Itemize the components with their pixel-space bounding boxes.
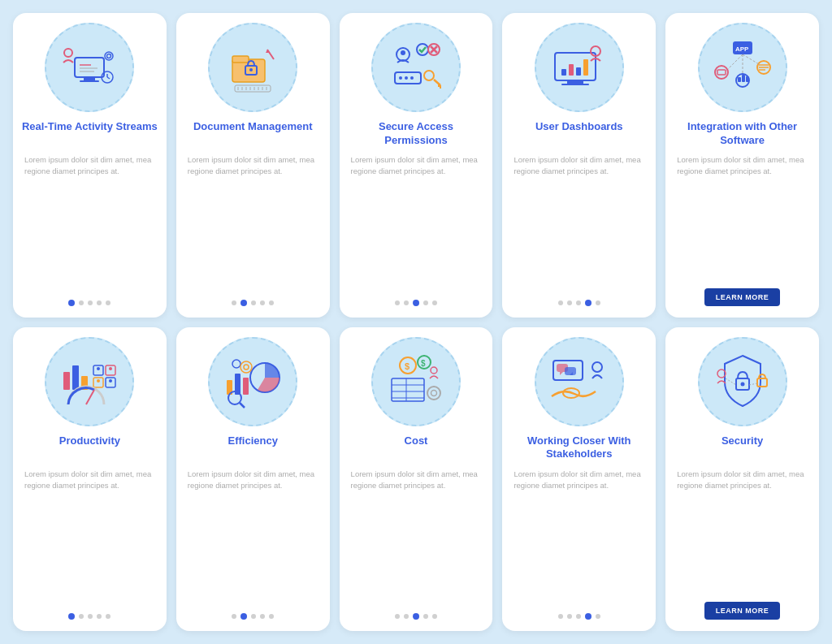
svg-rect-55	[742, 75, 745, 82]
svg-line-25	[267, 50, 274, 59]
card-body: Lorem ipsum dolor sit dim amet, mea regi…	[184, 469, 322, 607]
pagination-dot	[576, 614, 581, 619]
card-title: Security	[722, 434, 763, 462]
card-body: Lorem ipsum dolor sit dim amet, mea regi…	[184, 154, 322, 293]
svg-point-35	[405, 76, 408, 80]
svg-point-103	[592, 362, 602, 372]
svg-rect-52	[717, 70, 726, 75]
card-title: Cost	[405, 434, 428, 462]
card-9: Working Closer With Stakeholders Lorem i…	[502, 327, 656, 632]
svg-line-63	[743, 54, 759, 64]
svg-point-3	[64, 49, 72, 57]
pagination-dot	[97, 614, 102, 619]
learn-more-button[interactable]: LEARN MORE	[704, 602, 781, 620]
svg-line-84	[240, 403, 245, 408]
svg-point-94	[427, 387, 440, 400]
card-title: Real-Time Activity Streams	[22, 120, 158, 148]
card-title: Efficiency	[228, 434, 277, 462]
svg-rect-16	[235, 85, 271, 92]
pagination-dot	[232, 614, 236, 619]
pagination-dot	[269, 614, 274, 619]
card-icon-secure	[371, 23, 461, 112]
card-5: APP Integration with Other Software Lore…	[665, 13, 819, 318]
learn-more-button[interactable]: LEARN MORE	[704, 288, 781, 306]
card-8: $ $ Cost Lorem ipsum dolor sit dim amet,…	[340, 327, 493, 632]
svg-line-61	[728, 54, 743, 69]
card-title: Integration with Other Software	[674, 120, 811, 148]
pagination-dot	[232, 300, 236, 305]
svg-point-95	[431, 390, 436, 395]
card-grid: Real-Time Activity Streams Lorem ipsum d…	[0, 0, 832, 644]
pagination-dot	[79, 300, 84, 305]
pagination-dot	[395, 614, 400, 619]
pagination-dot	[423, 300, 428, 305]
svg-point-96	[431, 367, 437, 374]
card-icon-productivity	[45, 337, 134, 426]
svg-rect-47	[576, 67, 581, 76]
pagination-dot	[585, 613, 592, 620]
card-icon-security	[698, 337, 787, 426]
svg-line-75	[86, 390, 94, 404]
pagination-dot	[260, 300, 265, 305]
card-title: User Dashboards	[535, 120, 623, 148]
pagination-dot	[106, 614, 110, 619]
svg-text:$: $	[421, 359, 426, 368]
svg-line-8	[107, 77, 110, 79]
card-body: Lorem ipsum dolor sit dim amet, mea regi…	[21, 154, 158, 293]
svg-point-74	[109, 379, 112, 383]
card-4: User Dashboards Lorem ipsum dolor sit di…	[502, 13, 656, 318]
card-icon-cost: $ $	[371, 337, 461, 426]
svg-rect-56	[746, 76, 749, 82]
pagination-dot	[97, 300, 102, 305]
pagination-dot	[423, 614, 428, 619]
pagination-dot	[404, 300, 409, 305]
svg-line-108	[726, 378, 736, 385]
svg-point-36	[410, 76, 414, 80]
svg-rect-0	[75, 58, 104, 77]
svg-rect-1	[84, 77, 95, 80]
pagination-dot	[567, 300, 572, 305]
pagination-dot	[68, 613, 75, 620]
card-body: Lorem ipsum dolor sit dim amet, mea regi…	[510, 469, 648, 607]
card-icon-stakeholders	[535, 337, 624, 426]
svg-rect-65	[72, 365, 79, 390]
card-body: Lorem ipsum dolor sit dim amet, mea regi…	[674, 469, 811, 596]
pagination-dot	[576, 300, 581, 305]
pagination-dot	[413, 613, 419, 620]
svg-point-82	[244, 365, 249, 370]
pagination-dot	[432, 614, 437, 619]
card-3: Secure Access Permissions Lorem ipsum do…	[340, 13, 493, 318]
svg-rect-46	[569, 64, 574, 76]
pagination-dot	[596, 614, 600, 619]
svg-point-70	[109, 367, 112, 370]
card-10: Security Lorem ipsum dolor sit dim amet,…	[665, 327, 819, 632]
svg-point-81	[240, 361, 252, 373]
pagination-dot	[596, 300, 600, 305]
svg-point-37	[424, 71, 434, 80]
card-7: Efficiency Lorem ipsum dolor sit dim ame…	[176, 327, 330, 632]
svg-point-28	[401, 50, 405, 55]
pagination-dot	[251, 614, 256, 619]
pagination-dot	[88, 300, 93, 305]
card-icon-integration: APP	[698, 23, 787, 112]
card-title: Document Management	[193, 120, 313, 148]
svg-rect-48	[583, 59, 588, 76]
card-icon-dashboard	[535, 23, 624, 112]
svg-rect-107	[757, 378, 767, 387]
card-body: Lorem ipsum dolor sit dim amet, mea regi…	[510, 154, 648, 293]
card-2: Document Management Lorem ipsum dolor si…	[176, 13, 330, 318]
card-icon-efficiency	[208, 337, 297, 426]
svg-rect-43	[561, 84, 589, 85]
card-title: Productivity	[59, 434, 120, 462]
svg-line-109	[749, 383, 757, 385]
pagination-dot	[260, 614, 265, 619]
svg-point-80	[232, 360, 240, 368]
svg-point-5	[107, 54, 111, 58]
pagination-dot	[585, 300, 592, 306]
card-body: Lorem ipsum dolor sit dim amet, mea regi…	[348, 154, 485, 293]
pagination-dot	[432, 300, 437, 305]
pagination-dot	[240, 613, 247, 620]
svg-rect-13	[232, 56, 249, 63]
svg-marker-99	[560, 372, 563, 375]
svg-rect-41	[555, 53, 596, 80]
